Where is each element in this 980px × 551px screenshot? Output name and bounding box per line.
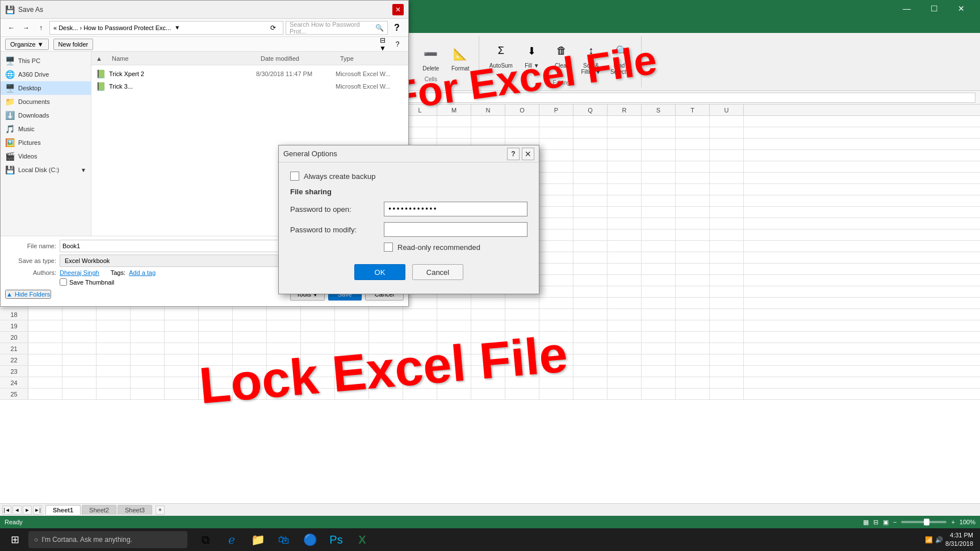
cell-A19[interactable] <box>28 320 62 331</box>
cell-R9[interactable] <box>608 207 642 218</box>
cell-Q20[interactable] <box>573 332 608 343</box>
cell-D21[interactable] <box>131 343 165 354</box>
cell-M19[interactable] <box>437 320 471 331</box>
always-backup-checkbox[interactable] <box>290 172 299 181</box>
cell-P11[interactable] <box>539 229 573 240</box>
cell-P3[interactable] <box>539 139 573 149</box>
cell-S6[interactable] <box>642 173 676 183</box>
cell-R1[interactable] <box>608 116 642 127</box>
cortana-search[interactable]: ○ I'm Cortana. Ask me anything. <box>28 531 187 548</box>
cell-P17[interactable] <box>539 298 573 308</box>
photoshop-button[interactable]: Ps <box>324 529 349 550</box>
author-link[interactable]: Dheeraj Singh <box>60 269 99 276</box>
file-explorer-button[interactable]: 📁 <box>245 529 270 550</box>
file-item-2[interactable]: 📗 Trick 3... Microsoft Excel W... <box>91 80 408 93</box>
cell-U11[interactable] <box>710 229 744 240</box>
delete-button[interactable]: ➖ Delete <box>417 41 445 74</box>
cell-E23[interactable] <box>165 366 199 377</box>
help-small-button[interactable]: ? <box>391 38 404 51</box>
cell-R4[interactable] <box>608 150 642 161</box>
zoom-out-button[interactable]: − <box>893 519 897 525</box>
cell-H20[interactable] <box>267 332 301 343</box>
sheet-nav-last[interactable]: ►| <box>33 506 42 515</box>
cell-R19[interactable] <box>608 320 642 331</box>
hide-folders-button[interactable]: ▲ Hide Folders <box>5 290 51 299</box>
cell-C20[interactable] <box>97 332 131 343</box>
cell-S22[interactable] <box>642 354 676 365</box>
cell-B23[interactable] <box>62 366 97 377</box>
cell-T21[interactable] <box>676 343 710 354</box>
cell-U14[interactable] <box>710 264 744 274</box>
sidebar-item-desktop[interactable]: 🖥️ Desktop <box>1 81 91 95</box>
cell-L23[interactable] <box>403 366 437 377</box>
sidebar-item-downloads[interactable]: ⬇️ Downloads <box>1 108 91 122</box>
cell-E21[interactable] <box>165 343 199 354</box>
cell-N21[interactable] <box>471 343 505 354</box>
cell-M20[interactable] <box>437 332 471 343</box>
cell-U8[interactable] <box>710 195 744 206</box>
cell-G19[interactable] <box>233 320 267 331</box>
help-button[interactable]: ? <box>390 21 404 35</box>
cell-R18[interactable] <box>608 309 642 320</box>
cell-T6[interactable] <box>676 173 710 183</box>
sort-filter-button[interactable]: ↕ Sort &Filter ▼ <box>577 39 605 77</box>
cell-T9[interactable] <box>676 207 710 218</box>
cell-J18[interactable] <box>335 309 369 320</box>
sidebar-item-a360[interactable]: 🌐 A360 Drive <box>1 68 91 81</box>
cell-K24[interactable] <box>369 377 403 388</box>
cell-S10[interactable] <box>642 218 676 229</box>
cell-K20[interactable] <box>369 332 403 343</box>
cell-Q7[interactable] <box>573 184 608 195</box>
cell-Q2[interactable] <box>573 127 608 138</box>
cell-U5[interactable] <box>710 161 744 172</box>
cell-M25[interactable] <box>437 389 471 399</box>
cell-S11[interactable] <box>642 229 676 240</box>
zoom-slider[interactable] <box>901 521 947 523</box>
cell-S17[interactable] <box>642 298 676 308</box>
cell-C19[interactable] <box>97 320 131 331</box>
cell-I23[interactable] <box>301 366 335 377</box>
cell-Q22[interactable] <box>573 354 608 365</box>
cell-J22[interactable] <box>335 354 369 365</box>
cell-M24[interactable] <box>437 377 471 388</box>
cell-R2[interactable] <box>608 127 642 138</box>
cell-T18[interactable] <box>676 309 710 320</box>
cell-J24[interactable] <box>335 377 369 388</box>
read-only-checkbox[interactable] <box>384 243 393 252</box>
cell-P13[interactable] <box>539 252 573 263</box>
cell-P15[interactable] <box>539 275 573 286</box>
close-button[interactable]: ✕ <box>948 0 974 17</box>
cell-T16[interactable] <box>676 286 710 297</box>
cell-T4[interactable] <box>676 150 710 161</box>
cell-B22[interactable] <box>62 354 97 365</box>
cell-P16[interactable] <box>539 286 573 297</box>
cell-P21[interactable] <box>539 343 573 354</box>
cell-U25[interactable] <box>710 389 744 399</box>
file-item-1[interactable]: 📗 Trick Xpert 2 8/30/2018 11:47 PM Micro… <box>91 68 408 80</box>
cell-S12[interactable] <box>642 241 676 252</box>
cell-Q14[interactable] <box>573 264 608 274</box>
col-header-n[interactable]: N <box>471 105 505 115</box>
chrome-button[interactable]: 🔵 <box>298 529 323 550</box>
cell-G22[interactable] <box>233 354 267 365</box>
password-modify-input[interactable] <box>384 222 527 237</box>
store-button[interactable]: 🛍 <box>271 529 296 550</box>
cell-P2[interactable] <box>539 127 573 138</box>
cell-H21[interactable] <box>267 343 301 354</box>
cell-C18[interactable] <box>97 309 131 320</box>
cell-S13[interactable] <box>642 252 676 263</box>
sidebar-item-this-pc[interactable]: 🖥️ This PC <box>1 54 91 68</box>
cell-N17[interactable] <box>471 298 505 308</box>
cell-H24[interactable] <box>267 377 301 388</box>
cell-A25[interactable] <box>28 389 62 399</box>
new-folder-button[interactable]: New folder <box>53 39 94 50</box>
cell-U7[interactable] <box>710 184 744 195</box>
cell-F19[interactable] <box>199 320 233 331</box>
cell-R6[interactable] <box>608 173 642 183</box>
cell-P8[interactable] <box>539 195 573 206</box>
col-header-o[interactable]: O <box>505 105 539 115</box>
cell-O1[interactable] <box>505 116 539 127</box>
cell-R7[interactable] <box>608 184 642 195</box>
cell-A21[interactable] <box>28 343 62 354</box>
go-ok-button[interactable]: OK <box>354 264 405 280</box>
